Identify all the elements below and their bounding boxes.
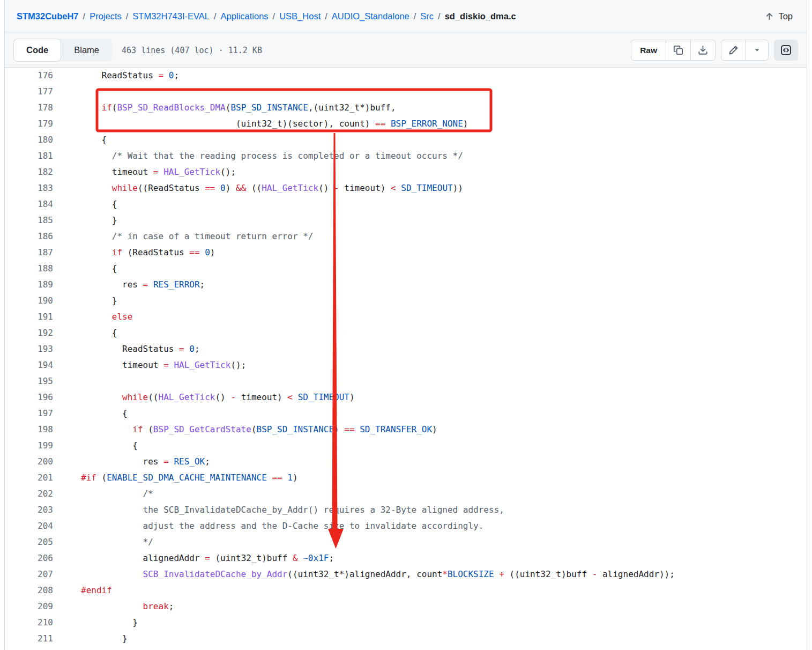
line-number[interactable]: 192 <box>5 325 53 341</box>
code-line: 204 adjust the address and the D-Cache s… <box>5 518 807 534</box>
line-number[interactable]: 181 <box>5 148 53 164</box>
line-content: } <box>81 647 117 650</box>
code-line: 180 { <box>5 132 807 148</box>
line-number[interactable]: 189 <box>5 277 53 293</box>
back-to-top-link[interactable]: Top <box>765 11 793 21</box>
line-number[interactable]: 194 <box>5 357 53 373</box>
raw-button-group: Raw <box>631 40 716 61</box>
line-number[interactable]: 183 <box>5 180 53 196</box>
line-content: } <box>81 631 128 647</box>
code-line: 194 timeout = HAL_GetTick(); <box>5 357 807 373</box>
line-content: if(BSP_SD_ReadBlocks_DMA(BSP_SD_INSTANCE… <box>81 100 396 116</box>
breadcrumb-link[interactable]: STM32H743I-EVAL <box>132 11 210 21</box>
code-line: 190 } <box>5 293 807 309</box>
line-number[interactable]: 203 <box>5 502 53 518</box>
breadcrumb-separator: / <box>321 11 332 21</box>
line-number[interactable]: 202 <box>5 486 53 502</box>
line-content: while((ReadStatus == 0) && ((HAL_GetTick… <box>81 180 463 196</box>
line-number[interactable]: 187 <box>5 245 53 261</box>
code-line: 189 res = RES_ERROR; <box>5 277 807 293</box>
breadcrumb-separator: / <box>122 11 133 21</box>
breadcrumb-link[interactable]: USB_Host <box>279 11 321 21</box>
line-number[interactable]: 185 <box>5 212 53 228</box>
line-content: (uint32_t)(sector), count) == BSP_ERROR_… <box>81 116 468 132</box>
breadcrumb-separator: / <box>210 11 221 21</box>
code-line: 196 while((HAL_GetTick() - timeout) < SD… <box>5 389 807 405</box>
line-content: else <box>81 309 132 325</box>
line-content: ReadStatus = 0; <box>81 68 179 84</box>
line-number[interactable]: 182 <box>5 164 53 180</box>
code-line: 183 while((ReadStatus == 0) && ((HAL_Get… <box>5 180 807 196</box>
dropdown-caret-icon <box>753 46 761 54</box>
line-number[interactable]: 180 <box>5 132 53 148</box>
line-content: adjust the address and the D-Cache size … <box>81 518 483 534</box>
line-number[interactable]: 197 <box>5 405 53 422</box>
line-number[interactable]: 210 <box>5 615 53 631</box>
line-content: { <box>81 196 117 212</box>
edit-dropdown-button[interactable] <box>746 40 768 60</box>
line-content: { <box>81 438 138 454</box>
line-number[interactable]: 198 <box>5 422 53 438</box>
line-number[interactable]: 207 <box>5 566 53 582</box>
line-number[interactable]: 176 <box>5 68 53 84</box>
line-content: { <box>81 405 128 422</box>
line-content: alignedAddr = (uint32_t)buff & ~0x1F; <box>81 550 334 566</box>
line-number[interactable]: 209 <box>5 599 53 615</box>
breadcrumb: STM32CubeH7/Projects/STM32H743I-EVAL/App… <box>17 11 516 21</box>
code-viewer: 176 ReadStatus = 0;177178 if(BSP_SD_Read… <box>5 68 807 650</box>
line-number[interactable]: 196 <box>5 389 53 405</box>
code-line: 203 the SCB_InvalidateDCache_by_Addr() r… <box>5 502 807 518</box>
line-number[interactable]: 190 <box>5 293 53 309</box>
line-number[interactable]: 184 <box>5 196 53 212</box>
breadcrumb-link[interactable]: STM32CubeH7 <box>17 11 79 21</box>
line-number[interactable]: 204 <box>5 518 53 534</box>
code-line: 176 ReadStatus = 0; <box>5 68 807 84</box>
line-content: #if (ENABLE_SD_DMA_CACHE_MAINTENANCE == … <box>81 470 298 486</box>
raw-button[interactable]: Raw <box>631 40 666 60</box>
toolbar-actions: Raw <box>631 40 798 61</box>
code-line: 206 alignedAddr = (uint32_t)buff & ~0x1F… <box>5 550 807 566</box>
top-link-label: Top <box>778 11 793 21</box>
line-number[interactable]: 206 <box>5 550 53 566</box>
line-number[interactable]: 195 <box>5 373 53 389</box>
breadcrumb-link[interactable]: Projects <box>90 11 122 21</box>
edit-button[interactable] <box>721 40 746 60</box>
line-number[interactable]: 188 <box>5 261 53 277</box>
code-line: 179 (uint32_t)(sector), count) == BSP_ER… <box>5 116 807 132</box>
line-content: timeout = HAL_GetTick(); <box>81 357 246 373</box>
line-content: } <box>81 293 117 309</box>
symbols-panel-button[interactable] <box>774 40 798 61</box>
code-line: 211 } <box>5 631 807 647</box>
line-number[interactable]: 208 <box>5 582 53 599</box>
code-line: 209 break; <box>5 599 807 615</box>
line-number[interactable]: 199 <box>5 438 53 454</box>
line-number[interactable]: 212 <box>5 647 53 650</box>
code-line: 197 { <box>5 405 807 422</box>
line-number[interactable]: 178 <box>5 100 53 116</box>
code-line: 177 <box>5 84 807 100</box>
breadcrumb-link[interactable]: Applications <box>221 11 269 21</box>
line-number[interactable]: 201 <box>5 470 53 486</box>
line-number[interactable]: 200 <box>5 454 53 470</box>
line-number[interactable]: 191 <box>5 309 53 325</box>
tab-blame[interactable]: Blame <box>61 39 112 62</box>
download-button[interactable] <box>690 40 715 60</box>
code-line: 199 { <box>5 438 807 454</box>
line-number[interactable]: 179 <box>5 116 53 132</box>
line-number[interactable]: 205 <box>5 534 53 550</box>
line-number[interactable]: 193 <box>5 341 53 357</box>
breadcrumb-link[interactable]: Src <box>420 11 434 21</box>
line-content: SCB_InvalidateDCache_by_Addr((uint32_t*)… <box>81 566 675 582</box>
line-content: if (BSP_SD_GetCardState(BSP_SD_INSTANCE)… <box>81 422 437 438</box>
line-number[interactable]: 186 <box>5 228 53 245</box>
code-line: 200 res = RES_OK; <box>5 454 807 470</box>
line-number[interactable]: 211 <box>5 631 53 647</box>
edit-pencil-icon <box>728 45 739 55</box>
line-content: { <box>81 261 117 277</box>
download-icon <box>698 45 708 55</box>
code-line: 212 } <box>5 647 807 650</box>
copy-button[interactable] <box>666 40 690 60</box>
line-number[interactable]: 177 <box>5 84 53 100</box>
tab-code[interactable]: Code <box>13 39 61 62</box>
breadcrumb-link[interactable]: AUDIO_Standalone <box>332 11 409 21</box>
